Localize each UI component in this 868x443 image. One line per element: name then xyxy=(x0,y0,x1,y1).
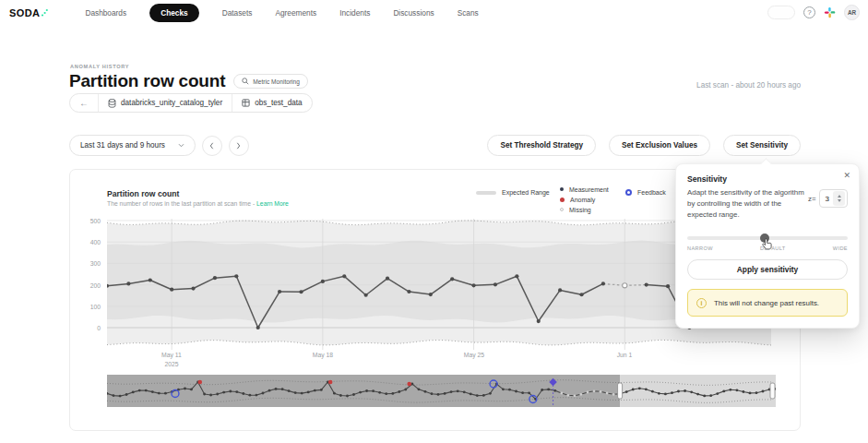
chevron-down-icon xyxy=(178,143,184,148)
slider-label-wide: WIDE xyxy=(833,245,848,251)
warning-text: This will not change past results. xyxy=(714,299,819,307)
help-icon[interactable]: ? xyxy=(803,6,815,18)
table-icon xyxy=(242,99,250,107)
ytick-300: 300 xyxy=(90,260,101,267)
breadcrumb: ← databricks_unity_catalog_tyler obs_tes… xyxy=(69,93,313,113)
metric-monitoring-badge: Metric Monitoring xyxy=(233,74,308,89)
brush-handle xyxy=(770,383,775,399)
topnav-right: ? AR xyxy=(767,5,868,20)
xtick-may18: May 18 xyxy=(304,351,341,360)
set-threshold-strategy-button[interactable]: Set Threshold Strategy xyxy=(487,135,596,156)
next-period-button[interactable] xyxy=(229,136,249,156)
chart-title: Partition row count xyxy=(107,189,179,198)
breadcrumb-dataset[interactable]: obs_test_data xyxy=(232,94,311,112)
legend-feedback-label: Feedback xyxy=(637,189,666,196)
last-scan-text: Last scan - about 20 hours ago xyxy=(696,81,801,90)
database-icon xyxy=(108,99,116,108)
logo-spark-icon xyxy=(41,8,48,17)
set-sensitivity-button[interactable]: Set Sensitivity xyxy=(723,135,801,156)
legend-column: Measurement Anomaly Missing xyxy=(560,186,609,213)
nav-checks[interactable]: Checks xyxy=(149,4,199,22)
z-label: z= xyxy=(808,195,816,203)
overview-brush-chart[interactable] xyxy=(107,375,776,407)
top-nav: SODA Dashboards Checks Datasets Agreemen… xyxy=(0,0,868,25)
learn-more-link[interactable]: Learn More xyxy=(256,200,289,207)
brush-handle xyxy=(618,383,623,399)
dataset-label: obs_test_data xyxy=(255,99,302,107)
nav-dashboards[interactable]: Dashboards xyxy=(85,8,126,18)
chevron-left-icon xyxy=(209,142,214,150)
nav-incidents[interactable]: Incidents xyxy=(339,8,370,18)
time-range-select[interactable]: Last 31 days and 9 hours xyxy=(69,135,196,156)
back-button[interactable]: ← xyxy=(70,94,98,112)
ytick-100: 100 xyxy=(90,304,101,310)
badge-label: Metric Monitoring xyxy=(253,78,300,85)
popover-title: Sensitivity xyxy=(687,174,848,184)
chart-subtitle-text: The number of rows in the last partition… xyxy=(107,200,255,207)
back-arrow-icon: ← xyxy=(79,98,89,108)
ytick-400: 400 xyxy=(90,239,101,245)
z-spinner[interactable] xyxy=(833,191,845,206)
legend-measurement-label: Measurement xyxy=(569,186,609,193)
z-value: 3 xyxy=(826,195,829,203)
topbar-pill-button[interactable] xyxy=(767,6,795,19)
missing-dot-icon xyxy=(560,208,564,211)
legend-anomaly-label: Anomaly xyxy=(570,197,595,203)
xtick-jun1: Jun 1 xyxy=(606,351,643,360)
chart-subtitle: The number of rows in the last partition… xyxy=(107,200,289,207)
set-exclusion-values-button[interactable]: Set Exclusion Values xyxy=(609,135,710,156)
legend-expected-label: Expected Range xyxy=(502,189,550,196)
slack-icon[interactable] xyxy=(824,6,836,18)
spinner-up-icon[interactable] xyxy=(838,195,841,198)
nav-datasets[interactable]: Datasets xyxy=(222,8,253,18)
slider-label-narrow: NARROW xyxy=(687,245,713,251)
measurement-dot-icon xyxy=(560,187,564,191)
y-axis-labels: 500 400 300 200 100 0 xyxy=(70,170,102,382)
avatar[interactable]: AR xyxy=(844,5,860,20)
feedback-ring-icon xyxy=(625,189,632,196)
ytick-200: 200 xyxy=(90,282,101,289)
datasource-label: databricks_unity_catalog_tyler xyxy=(121,99,222,107)
magnifier-icon xyxy=(242,78,249,85)
ytick-0: 0 xyxy=(97,325,101,331)
page-title: Partition row count xyxy=(69,71,225,91)
legend-missing-label: Missing xyxy=(569,207,591,213)
apply-sensitivity-button[interactable]: Apply sensitivity xyxy=(687,259,848,280)
time-range-label: Last 31 days and 9 hours xyxy=(80,141,165,150)
anomaly-history-eyebrow: ANOMALY HISTORY xyxy=(70,64,129,69)
nav-scans[interactable]: Scans xyxy=(458,8,479,18)
legend-feedback: Feedback xyxy=(625,189,666,196)
close-icon[interactable]: ✕ xyxy=(843,171,850,180)
sensitivity-popover: ✕ Sensitivity Adapt the sensitivity of t… xyxy=(675,163,860,329)
z-input[interactable]: 3 xyxy=(819,189,848,208)
page: SODA Dashboards Checks Datasets Agreemen… xyxy=(0,0,868,443)
nav-discussions[interactable]: Discussions xyxy=(393,8,434,18)
popover-description: Adapt the sensitivity of the algorithm b… xyxy=(687,187,805,221)
breadcrumb-datasource[interactable]: databricks_unity_catalog_tyler xyxy=(98,94,232,112)
xtick-may11: May 112025 xyxy=(153,351,190,369)
anomaly-dot-icon xyxy=(560,198,565,202)
prev-period-button[interactable] xyxy=(202,136,222,156)
expected-range-swatch xyxy=(476,191,496,195)
chevron-right-icon xyxy=(236,142,241,150)
soda-logo[interactable]: SODA xyxy=(9,7,48,18)
nav-items: Dashboards Checks Datasets Agreements In… xyxy=(85,4,478,22)
popover-arrow xyxy=(760,158,772,170)
nav-agreements[interactable]: Agreements xyxy=(275,8,316,18)
legend-expected-range: Expected Range xyxy=(476,189,550,196)
cursor-hand-icon xyxy=(762,238,773,251)
info-icon: i xyxy=(696,298,707,308)
ytick-500: 500 xyxy=(90,218,101,224)
warning-banner: i This will not change past results. xyxy=(687,289,848,317)
xtick-may25: May 25 xyxy=(456,351,493,360)
sensitivity-slider[interactable] xyxy=(687,232,848,245)
spinner-down-icon[interactable] xyxy=(838,199,841,202)
z-control: z= 3 xyxy=(808,189,848,208)
logo-text: SODA xyxy=(9,7,40,18)
